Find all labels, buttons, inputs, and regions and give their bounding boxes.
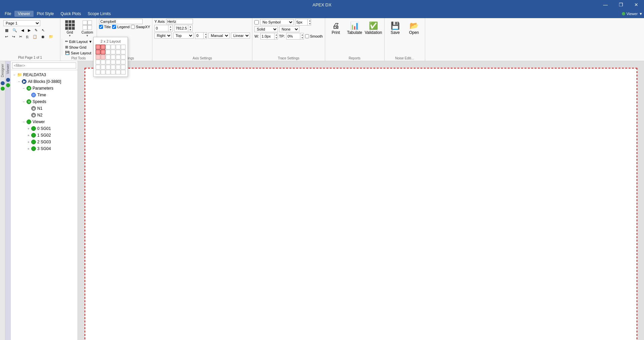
layout-cell-5-4[interactable]	[116, 70, 120, 75]
tree-item-sg02[interactable]: + 1 SG02	[11, 132, 78, 139]
edit-layout-button[interactable]: ✏ Edit Layout ▼	[63, 39, 95, 44]
rotation-down[interactable]: ▼	[204, 36, 208, 39]
x-align-select[interactable]: Right Left	[154, 33, 172, 39]
scale-select[interactable]: Manual Auto	[208, 33, 230, 39]
layout-cell-2-0[interactable]	[96, 55, 100, 59]
layout-cell-5-2[interactable]	[106, 70, 110, 75]
symbol-size-input[interactable]	[295, 20, 307, 25]
layout-cell-3-3[interactable]	[111, 60, 115, 64]
pan-right[interactable]: ▶	[26, 28, 32, 33]
menu-plot-style[interactable]: Plot Style	[34, 11, 57, 17]
tree-expand-parameters[interactable]: −	[21, 86, 26, 91]
scissors[interactable]: ✂	[17, 34, 24, 40]
color-select[interactable]: None Red Blue	[279, 26, 299, 32]
symbol-size-up[interactable]: ▲	[308, 19, 312, 22]
tree-expand-realdata3[interactable]: −	[12, 72, 17, 77]
legend-checkbox[interactable]	[112, 25, 116, 29]
smooth-label[interactable]: Smooth	[305, 34, 323, 38]
tree-expand-sg01[interactable]: +	[26, 126, 31, 131]
layout-grid[interactable]	[96, 45, 126, 75]
swapxy-checkbox-label[interactable]: SwapXY	[131, 25, 150, 29]
target[interactable]: ◉	[40, 34, 46, 40]
layout-cell-2-3[interactable]	[111, 55, 115, 59]
layout-cell-3-4[interactable]	[116, 60, 120, 64]
line-style-select[interactable]: Solid Dashed	[254, 26, 278, 32]
layout-cell-0-2[interactable]	[106, 45, 110, 49]
symbol-select[interactable]: No Symbol Circle Square	[260, 19, 294, 25]
print-button[interactable]: 🖨 Print	[327, 20, 345, 36]
layout-cell-2-5[interactable]	[121, 55, 126, 59]
layout-cell-3-0[interactable]	[96, 60, 100, 64]
width-up[interactable]: ▲	[275, 33, 279, 36]
save-button[interactable]: 💾 Save	[387, 20, 404, 36]
open-button[interactable]: 📂 Open	[405, 20, 423, 36]
tree-expand-speeds[interactable]: −	[21, 99, 26, 104]
tree-item-n1[interactable]: − ◉ N1	[11, 105, 78, 112]
validation-button[interactable]: ✅ Validation	[365, 20, 382, 36]
legend-checkbox-label[interactable]: Legend	[112, 25, 130, 29]
yaxis-unit-input[interactable]	[166, 19, 193, 24]
layout-cell-1-5[interactable]	[121, 50, 126, 54]
tree-item-realdata3[interactable]: − 📁 REALDATA3	[11, 71, 78, 78]
page-selector[interactable]: Page 1 Page 2	[3, 20, 40, 26]
tree-item-viewer[interactable]: − Viewer	[11, 118, 78, 125]
undo[interactable]: ↩	[3, 34, 10, 40]
interp-select[interactable]: Linear Log	[231, 33, 250, 39]
smooth-checkbox[interactable]	[305, 34, 309, 38]
layout-cell-3-5[interactable]	[121, 60, 126, 64]
tree-expand-sg04[interactable]: +	[26, 146, 31, 151]
copy[interactable]: ⎘	[24, 34, 30, 40]
layout-cell-1-0[interactable]	[96, 50, 100, 54]
pointer-tool[interactable]: ↖	[40, 28, 46, 33]
layout-cell-0-5[interactable]	[121, 45, 126, 49]
save-layout-button[interactable]: 💾 Save Layout	[63, 50, 95, 56]
tree-item-parameters[interactable]: − ⚙ Parameters	[11, 85, 78, 92]
tree-expand-sg02[interactable]: +	[26, 133, 31, 138]
folder[interactable]: 📁	[47, 34, 55, 40]
layout-cell-1-4[interactable]	[116, 50, 120, 54]
layout-cell-0-1[interactable]	[101, 45, 105, 49]
redo[interactable]: ↪	[10, 34, 17, 40]
tree-expand-viewer[interactable]: −	[21, 119, 26, 124]
layout-cell-4-5[interactable]	[121, 65, 126, 69]
layout-cell-1-1[interactable]	[101, 50, 105, 54]
xmax-up[interactable]: ▲	[188, 25, 192, 28]
tree-expand-allblocks[interactable]: −	[17, 79, 21, 84]
pen-tool[interactable]: ✎	[33, 28, 39, 33]
zoom-tool[interactable]: 🔍	[11, 28, 19, 33]
layout-cell-0-4[interactable]	[116, 45, 120, 49]
layout-cell-1-3[interactable]	[111, 50, 115, 54]
swapxy-checkbox[interactable]	[131, 25, 135, 29]
tree-item-sg03[interactable]: + 2 SG03	[11, 139, 78, 145]
layout-cell-2-2[interactable]	[106, 55, 110, 59]
tree-item-sg01[interactable]: + 0 SG01	[11, 125, 78, 132]
select-tool[interactable]: ▦	[3, 28, 10, 33]
close-button[interactable]: ✕	[629, 0, 644, 9]
layout-cell-4-3[interactable]	[111, 65, 115, 69]
width-down[interactable]: ▼	[275, 36, 279, 39]
tp-up[interactable]: ▲	[300, 33, 304, 36]
tree-item-sg04[interactable]: + 3 SG04	[11, 145, 78, 152]
designer-icon-1[interactable]	[1, 81, 5, 85]
grid-button[interactable]: Grid ▼	[62, 19, 78, 39]
xmin-input[interactable]	[155, 26, 168, 31]
designer-label[interactable]: Designer	[0, 61, 5, 80]
layout-cell-5-0[interactable]	[96, 70, 100, 75]
xmax-down[interactable]: ▼	[188, 28, 192, 31]
layout-cell-5-1[interactable]	[101, 70, 105, 75]
layout-cell-5-5[interactable]	[121, 70, 126, 75]
viewer-icon-1[interactable]	[6, 78, 10, 82]
layout-cell-4-4[interactable]	[116, 65, 120, 69]
menu-scope-limits[interactable]: Scope Limits	[84, 11, 114, 17]
menu-viewer[interactable]: Viewer	[14, 11, 33, 17]
tree-expand-sg03[interactable]: +	[26, 140, 31, 144]
symbol-size-down[interactable]: ▼	[308, 22, 312, 25]
tabulate-button[interactable]: 📊 Tabulate	[346, 20, 363, 36]
layout-cell-1-2[interactable]	[106, 50, 110, 54]
menu-quick-plots[interactable]: Quick Plots	[57, 11, 85, 17]
restore-button[interactable]: ❐	[613, 0, 629, 9]
xmin-up[interactable]: ▲	[168, 25, 172, 28]
title-checkbox[interactable]	[99, 25, 103, 29]
layout-cell-3-2[interactable]	[106, 60, 110, 64]
rotation-up[interactable]: ▲	[204, 33, 208, 36]
